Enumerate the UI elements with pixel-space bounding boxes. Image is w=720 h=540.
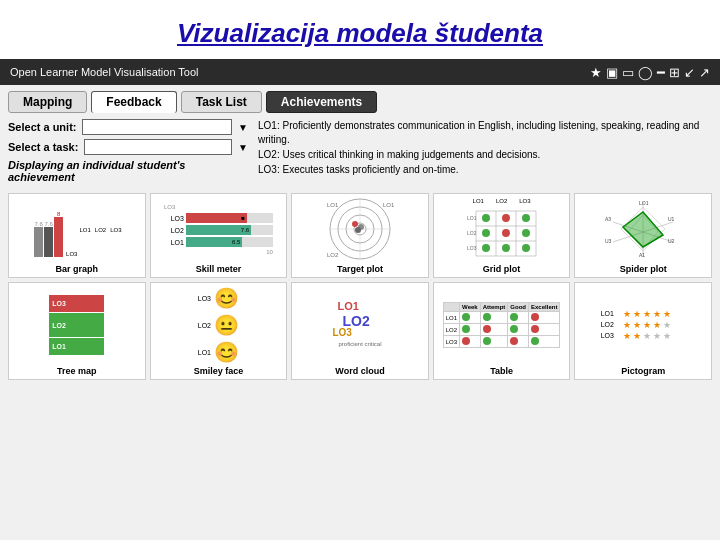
tab-mapping[interactable]: Mapping [8,91,87,113]
arrow-tr-icon[interactable]: ↗ [699,65,710,80]
grid-plot-item: LO1LO2LO3 [433,193,571,278]
circle-icon[interactable]: ◯ [638,65,653,80]
table-row: LO3 [443,336,560,348]
smiley-face-label: Smiley face [194,366,244,376]
rect-icon[interactable]: ▭ [622,65,634,80]
smiley-neutral: LO2 😐 [198,313,239,337]
task-select[interactable] [84,139,232,155]
star-1: ★ [623,309,631,319]
svg-point-21 [502,214,510,222]
pictogram-label: Pictogram [621,366,665,376]
viz-row-1: 7.6 7.6 8 LO3 [8,193,712,278]
table-header-week: Week [460,303,481,312]
tree-map-item: LO3 LO2 LO1 Tree map [8,282,146,380]
table-cell-lo3: LO3 [443,336,459,348]
tab-achievements[interactable]: Achievements [266,91,377,113]
svg-text:LO1: LO1 [383,202,395,208]
bar-graph-item: 7.6 7.6 8 LO3 [8,193,146,278]
toolbar-title: Open Learner Model Visualisation Tool [10,66,199,78]
svg-point-24 [502,229,510,237]
pictogram-item: LO1 ★ ★ ★ ★ ★ LO2 ★ ★ ★ ★ ★ [574,282,712,380]
word-cloud-label: Word cloud [335,366,384,376]
star-8: ★ [643,320,651,330]
svg-point-8 [355,227,361,233]
display-label: Displaying an individual student's achie… [8,159,248,183]
star-11: ★ [623,331,631,341]
star-6: ★ [623,320,631,330]
svg-text:U2: U2 [668,238,675,244]
table-row: LO1 [443,312,560,324]
svg-text:A3: A3 [605,216,611,222]
arrow-bl-icon[interactable]: ↙ [684,65,695,80]
svg-text:U1: U1 [668,216,675,222]
page-title: Vizualizacija modela študenta [0,0,720,59]
wc-lo3: LO3 [332,327,351,338]
svg-text:LO2: LO2 [327,252,339,258]
word-cloud-item: LO1 LO2 LO3 proficient critical Word clo… [291,282,429,380]
table-header-attempt: Attempt [480,303,508,312]
svg-point-27 [502,244,510,252]
star-12: ★ [633,331,641,341]
star-13: ★ [643,331,651,341]
star-2: ★ [633,309,641,319]
line-icon[interactable]: ━ [657,65,665,80]
select-unit-label: Select a unit: [8,121,76,133]
star-9: ★ [653,320,661,330]
spider-plot-item: LO1 U1 U2 U3 A3 A1 Spider plot [574,193,712,278]
table-cell-lo1: LO1 [443,312,459,324]
viz-row-2: LO3 LO2 LO1 Tree map LO3 😊 LO2 😐 [8,282,712,380]
lo2-text: LO2: Uses critical thinking in making ju… [258,148,712,162]
table-row: LO2 [443,324,560,336]
select-task-row: Select a task: ▼ [8,139,248,155]
svg-text:U3: U3 [605,238,612,244]
table-item: Week Attempt Good Excellent LO1 [433,282,571,380]
table-icon[interactable]: ⊞ [669,65,680,80]
smiley-sad: LO1 😊 [198,340,239,364]
tab-bar: Mapping Feedback Task List Achievements [8,91,712,113]
spider-plot-label: Spider plot [620,264,667,274]
main-content: Mapping Feedback Task List Achievements … [0,85,720,540]
tab-task-list[interactable]: Task List [181,91,262,113]
svg-text:LO3: LO3 [467,245,477,251]
svg-point-23 [482,229,490,237]
grid-plot-label: Grid plot [483,264,521,274]
select-unit-row: Select a unit: ▼ [8,119,248,135]
svg-text:LO1: LO1 [467,215,477,221]
spider-plot-svg: LO1 U1 U2 U3 A3 A1 [603,197,683,262]
smiley-face-item: LO3 😊 LO2 😐 LO1 😊 Smiley face [150,282,288,380]
star-15: ★ [663,331,671,341]
star-4: ★ [653,309,661,319]
lo1-text: LO1: Proficiently demonstrates communica… [258,119,712,147]
star-icon[interactable]: ★ [590,65,602,80]
wc-lo1: LO1 [337,300,358,312]
table-header-excellent: Excellent [529,303,560,312]
target-plot-item: LO1 LO1 LO2 Target plot [291,193,429,278]
grid-icon[interactable]: ▣ [606,65,618,80]
svg-marker-37 [623,212,663,247]
table-label: Table [490,366,513,376]
grid-plot-svg: LO1 LO2 LO3 [466,206,538,261]
unit-select[interactable] [82,119,232,135]
svg-text:A1: A1 [639,252,645,258]
table-cell-lo2: LO2 [443,324,459,336]
toolbar-icons: ★ ▣ ▭ ◯ ━ ⊞ ↙ ↗ [590,65,710,80]
svg-text:LO1: LO1 [327,202,339,208]
tree-map-label: Tree map [57,366,97,376]
star-7: ★ [633,320,641,330]
star-10: ★ [663,320,671,330]
svg-text:LO1: LO1 [639,200,649,206]
select-task-label: Select a task: [8,141,78,153]
bar-graph-label: Bar graph [56,264,99,274]
target-plot-label: Target plot [337,264,383,274]
dropdown-arrow-task: ▼ [238,142,248,153]
skill-meter-item: LO3 LO3 ■ LO2 7.6 LO1 [150,193,288,278]
lo-section: LO1: Proficiently demonstrates communica… [258,119,712,187]
picto-lo1-label: LO1 [601,310,621,317]
tab-feedback[interactable]: Feedback [91,91,176,113]
svg-point-20 [482,214,490,222]
svg-text:LO2: LO2 [467,230,477,236]
star-5: ★ [663,309,671,319]
smiley-happy: LO3 😊 [198,286,239,310]
select-section: Select a unit: ▼ Select a task: ▼ Displa… [8,119,248,187]
top-controls: Select a unit: ▼ Select a task: ▼ Displa… [8,119,712,187]
